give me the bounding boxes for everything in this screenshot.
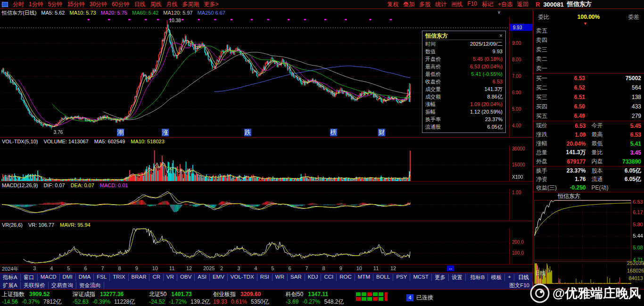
index-amount: 548.2亿	[324, 298, 344, 306]
function-tab[interactable]: 交易查询	[49, 282, 76, 289]
indicator-tab[interactable]: BRAR	[129, 274, 150, 281]
tool-menu: 复权叠加多股统计画线F10标记+自选返回	[385, 0, 531, 8]
index-name: 创业板指	[213, 290, 236, 298]
function-tab[interactable]: 资金流向	[76, 282, 104, 289]
index-name: 深证成指	[73, 290, 95, 298]
ma-legend: MA250 6.67	[198, 10, 225, 16]
indicator-tab[interactable]: OBV	[177, 274, 195, 281]
heat-cell	[367, 292, 372, 296]
indicator-tab[interactable]: 设置	[449, 274, 466, 281]
mini-period-selector[interactable]: 日线	[535, 270, 545, 277]
tool-menu-item[interactable]: F10	[465, 0, 479, 8]
period-menu-item[interactable]: 周线	[148, 0, 164, 8]
data-tooltip-popup: 恒信东方 × 时间2025/12/09/二数值9.93开盘价5.45 (0.18…	[422, 31, 506, 133]
index-quote[interactable]: 科创501347.11-3.69-0.27%548.2亿	[286, 290, 352, 306]
indicator-tab[interactable]: CR	[149, 274, 164, 281]
indicator-tab[interactable]: MTM	[355, 274, 373, 281]
popup-row-label: 开盘价	[425, 56, 441, 63]
xaxis-label: 2024年	[2, 265, 18, 273]
indicator-tab[interactable]: ASI	[195, 274, 210, 281]
indicator-tab[interactable]: DMI	[60, 274, 76, 281]
volume-canvas	[0, 145, 533, 181]
tool-menu-item[interactable]: 统计	[433, 0, 449, 8]
period-menu-item[interactable]: 1分钟	[26, 0, 46, 8]
popup-row-value: 5.45 (0.18%)	[473, 56, 503, 62]
indicator-tab[interactable]: PSY	[393, 274, 410, 281]
watermark-handle: @优雅端庄晚风	[553, 285, 641, 302]
stat-value: 6.53	[575, 123, 586, 129]
heat-cell	[373, 297, 378, 301]
period-menu-item[interactable]: 日线	[132, 0, 148, 8]
popup-row: 换手率23.37%	[425, 116, 503, 123]
index-quote[interactable]: 上证指数3909.52-14.56-0.37%7812亿	[2, 290, 73, 306]
stat-cell: 总量141.3万	[533, 148, 589, 157]
indicator-tab[interactable]: FSL	[94, 274, 110, 281]
chart-watermark-char: 榜	[330, 129, 337, 136]
indicator-tab[interactable]: MACD	[38, 274, 60, 281]
popup-row: 最低价5.41 (-0.55%)	[425, 70, 503, 78]
chevron-down-icon[interactable]: ∨	[497, 9, 501, 15]
index-quote[interactable]: 北证501401.73-24.52-1.72%139.2亿	[149, 290, 213, 306]
close-icon[interactable]: ×	[499, 33, 503, 39]
indicator-tab[interactable]: DMA	[76, 274, 94, 281]
tool-menu-item[interactable]: 复权	[385, 0, 401, 8]
connection-count: 4	[406, 294, 413, 301]
mini-axis-price: 5.44	[627, 233, 643, 239]
period-menu-item[interactable]: 5分钟	[46, 0, 65, 8]
period-indicator[interactable]: 日线	[514, 274, 533, 281]
popup-row-label: 振幅	[425, 108, 436, 116]
function-tab[interactable]: 关联报价	[21, 282, 49, 289]
indicator-tab[interactable]: 更多	[432, 274, 449, 281]
indicator-tab[interactable]: BOLL	[373, 274, 393, 281]
ma-legend: MA60: 5.42	[132, 10, 158, 16]
indicator-tab[interactable]: 窗口	[21, 274, 38, 281]
indicator-tab[interactable]: RSI	[257, 274, 272, 281]
indicator-tab[interactable]: 模板	[488, 274, 505, 281]
function-tab[interactable]: 扩展A	[0, 282, 21, 289]
function-tab-bar: 扩展A关联报价交易查询资金流向 图文F10	[0, 281, 533, 289]
indicator-tab[interactable]: VOL-TDX	[228, 274, 257, 281]
heat-cell	[379, 292, 383, 296]
indicator-tab[interactable]: ROC	[337, 274, 355, 281]
period-menu-item[interactable]: 分时	[10, 0, 26, 8]
tool-menu-item[interactable]: 标记	[479, 0, 495, 8]
tool-menu-item[interactable]: 画线	[449, 0, 465, 8]
indicator-tab[interactable]: EMV	[210, 274, 228, 281]
tool-menu-item[interactable]: 叠加	[401, 0, 417, 8]
heat-cell	[362, 292, 366, 296]
indicator-tab[interactable]: +	[505, 274, 514, 281]
indicator-tab[interactable]: WR	[272, 274, 288, 281]
app-menu-icon[interactable]	[2, 2, 8, 7]
indicator-tab[interactable]: VR	[164, 274, 177, 281]
period-menu-item[interactable]: 多周期	[180, 0, 201, 8]
stat-cell: 换手23.37%	[533, 166, 589, 175]
indicator-tab[interactable]: TRIX	[110, 274, 128, 281]
indicator-tab[interactable]: SAR	[288, 274, 305, 281]
popup-row: 振幅1.12 (20.59%)	[425, 108, 503, 116]
stat-value: 6.05亿	[625, 167, 641, 175]
stat-value: 5.41	[630, 141, 641, 147]
period-menu-item[interactable]: 15分钟	[65, 0, 87, 8]
indicator-tab[interactable]: KDJ	[305, 274, 322, 281]
indicator-tab[interactable]: 指标A	[0, 274, 21, 281]
index-quote[interactable]: 深证成指13277.36-52.63-0.39%11228亿	[73, 290, 149, 306]
period-menu-item[interactable]: 更多>	[201, 0, 221, 8]
index-value: 3209.60	[240, 291, 261, 298]
chart-watermark-char: 跌	[244, 129, 251, 136]
indicator-tab[interactable]: MCST	[410, 274, 432, 281]
tool-menu-item[interactable]: 返回	[515, 0, 531, 8]
period-menu-item[interactable]: 60分钟	[109, 0, 132, 8]
period-menu-item[interactable]: 30分钟	[87, 0, 109, 8]
index-amount: 139.2亿	[190, 298, 210, 306]
weibi-label: 委比	[538, 13, 549, 21]
xaxis-label: 5	[67, 265, 70, 271]
index-quote[interactable]: 创业板指3209.6019.330.61%5350亿	[213, 290, 286, 306]
tool-menu-item[interactable]: +自选	[495, 0, 515, 8]
period-menu-item[interactable]: 月线	[164, 0, 180, 8]
tool-menu-item[interactable]: 多股	[417, 0, 433, 8]
stat-label: 内盘	[592, 157, 603, 165]
indicator-tab[interactable]: CCI	[321, 274, 337, 281]
popup-row-value: 23.37%	[485, 116, 503, 122]
popup-row-label: 涨幅	[425, 101, 436, 108]
indicator-tab[interactable]: 指标B	[468, 274, 488, 281]
